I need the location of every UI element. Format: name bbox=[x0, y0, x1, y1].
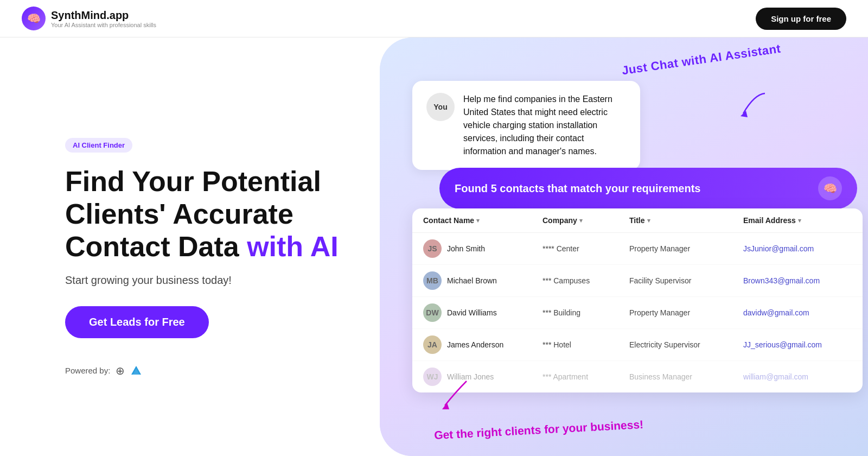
hero-line2: Clients' Accurate bbox=[65, 198, 293, 230]
signup-button[interactable]: Sign up for free bbox=[756, 8, 846, 30]
hero-subtitle: Start growing your business today! bbox=[65, 274, 347, 287]
right-panel: Just Chat with AI Assistant You Help me … bbox=[380, 37, 868, 456]
email-cell: davidw@gmail.com bbox=[743, 308, 863, 317]
title-cell: Facility Supervisor bbox=[629, 276, 743, 285]
company-cell: *** Hotel bbox=[542, 340, 629, 349]
contact-name: Michael Brown bbox=[447, 276, 497, 285]
contact-name: John Smith bbox=[447, 244, 485, 253]
table-row: WJ William Jones *** Apartment Business … bbox=[412, 361, 863, 392]
result-bar-text: Found 5 contacts that match your require… bbox=[455, 182, 700, 195]
email-cell: JsJunior@gmail.com bbox=[743, 244, 863, 253]
email-cell: william@gmail.com bbox=[743, 372, 863, 381]
contact-cell: DW David Williams bbox=[423, 303, 542, 322]
cta-button[interactable]: Get Leads for Free bbox=[65, 306, 209, 338]
powered-by-label: Powered by: bbox=[65, 366, 110, 375]
openai-icon: ⊕ bbox=[116, 364, 125, 377]
badge: AI Client Finder bbox=[65, 138, 132, 153]
header: 🧠 SynthMind.app Your AI Assistant with p… bbox=[0, 0, 868, 37]
table-row: MB Michael Brown *** Campuses Facility S… bbox=[412, 265, 863, 297]
result-bar: Found 5 contacts that match your require… bbox=[439, 168, 857, 209]
contact-cell: MB Michael Brown bbox=[423, 271, 542, 290]
hero-highlight: with AI bbox=[247, 231, 339, 262]
logo-title: SynthMind.app bbox=[51, 9, 156, 22]
contacts-table: Contact Name ▾ Company ▾ Title ▾ Email A… bbox=[412, 208, 863, 392]
th-company-arrow: ▾ bbox=[579, 217, 583, 224]
table-header: Contact Name ▾ Company ▾ Title ▾ Email A… bbox=[412, 208, 863, 233]
left-panel: AI Client Finder Find Your Potential Cli… bbox=[0, 37, 380, 456]
avatar: MB bbox=[423, 271, 442, 290]
table-row: DW David Williams *** Building Property … bbox=[412, 297, 863, 329]
table-row: JA James Anderson *** Hotel Electricity … bbox=[412, 329, 863, 361]
main-content: AI Client Finder Find Your Potential Cli… bbox=[0, 37, 868, 456]
azure-icon bbox=[130, 365, 142, 377]
avatar: JS bbox=[423, 239, 442, 258]
title-cell: Property Manager bbox=[629, 244, 743, 253]
logo-text-block: SynthMind.app Your AI Assistant with pro… bbox=[51, 9, 156, 28]
title-cell: Business Manager bbox=[629, 372, 743, 381]
avatar: JA bbox=[423, 335, 442, 354]
logo-area: 🧠 SynthMind.app Your AI Assistant with p… bbox=[22, 7, 156, 30]
company-cell: *** Building bbox=[542, 308, 629, 317]
th-contact-name: Contact Name ▾ bbox=[423, 216, 542, 225]
email-cell: Brown343@gmail.com bbox=[743, 276, 863, 285]
th-title-arrow: ▾ bbox=[647, 217, 650, 224]
contact-cell: JS John Smith bbox=[423, 239, 542, 258]
company-cell: *** Apartment bbox=[542, 372, 629, 381]
hero-line3: Contact Data bbox=[65, 231, 247, 262]
hero-title: Find Your Potential Clients' Accurate Co… bbox=[65, 166, 347, 263]
you-avatar: You bbox=[426, 93, 455, 121]
hero-line1: Find Your Potential bbox=[65, 166, 321, 197]
title-cell: Property Manager bbox=[629, 308, 743, 317]
result-bar-icon: 🧠 bbox=[818, 176, 842, 200]
chat-bubble: You Help me find companies in the Easter… bbox=[412, 81, 640, 170]
company-cell: *** Campuses bbox=[542, 276, 629, 285]
table-row: JS John Smith **** Center Property Manag… bbox=[412, 233, 863, 265]
th-contact-arrow: ▾ bbox=[476, 217, 480, 224]
contact-name: James Anderson bbox=[447, 340, 503, 349]
logo-icon: 🧠 bbox=[22, 7, 46, 30]
table-body: JS John Smith **** Center Property Manag… bbox=[412, 233, 863, 392]
th-title: Title ▾ bbox=[629, 216, 743, 225]
contact-name: David Williams bbox=[447, 308, 497, 317]
title-cell: Electricity Supervisor bbox=[629, 340, 743, 349]
arrow-top-icon bbox=[727, 89, 770, 122]
email-cell: JJ_serious@gmail.com bbox=[743, 340, 863, 349]
arrow-bottom-icon bbox=[423, 376, 477, 414]
company-cell: **** Center bbox=[542, 244, 629, 253]
th-email: Email Address ▾ bbox=[743, 216, 863, 225]
logo-subtitle: Your AI Assistant with professional skil… bbox=[51, 22, 156, 28]
th-company: Company ▾ bbox=[542, 216, 629, 225]
th-email-arrow: ▾ bbox=[798, 217, 801, 224]
contact-cell: JA James Anderson bbox=[423, 335, 542, 354]
chat-message: Help me find companies in the Eastern Un… bbox=[463, 93, 626, 158]
avatar: DW bbox=[423, 303, 442, 322]
powered-by: Powered by: ⊕ bbox=[65, 364, 347, 377]
